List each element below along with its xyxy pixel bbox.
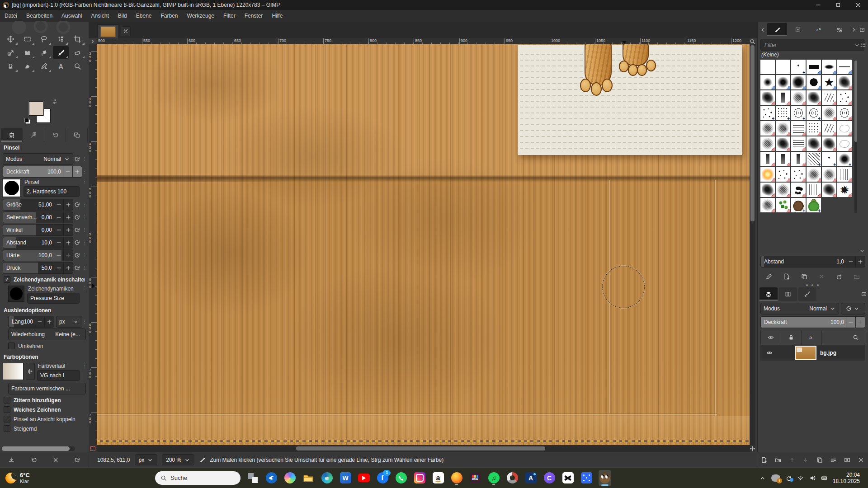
zoom-select[interactable]: 200 % [162, 454, 194, 465]
brush-list-view-button[interactable] [859, 39, 867, 50]
brush-cell[interactable]: + [791, 183, 806, 197]
close-button[interactable] [848, 0, 868, 10]
brush-cell[interactable]: + [791, 90, 806, 105]
refresh-brushes-button[interactable] [836, 273, 842, 280]
brush-cell[interactable]: + [822, 60, 836, 74]
lock-header-icon[interactable] [781, 330, 802, 345]
brush-spacing-slider[interactable]: Abstand 1,0 [760, 256, 865, 267]
search-layers-icon[interactable] [846, 330, 866, 345]
select-by-color-tool[interactable] [53, 33, 69, 46]
plus-button[interactable] [63, 225, 73, 235]
brush-cell[interactable]: + [776, 121, 790, 136]
volume-icon[interactable] [809, 475, 816, 481]
brush-cell[interactable]: + [791, 121, 806, 136]
brush-cell[interactable]: + [791, 198, 806, 212]
taskbar-app-claude[interactable]: C [543, 471, 556, 485]
brush-cell[interactable]: + [807, 60, 821, 74]
maximize-button[interactable] [828, 0, 848, 10]
brush-cell[interactable]: + [807, 90, 821, 105]
navigation-button[interactable] [750, 445, 755, 452]
brush-cell[interactable]: + [822, 121, 836, 136]
brush-cell[interactable]: + [807, 75, 821, 89]
menu-auswahl[interactable]: Auswahl [57, 10, 86, 22]
start-button[interactable] [137, 472, 149, 484]
brush-cell[interactable]: + [822, 106, 836, 120]
raise-layer-button[interactable] [789, 457, 795, 463]
brush-cell[interactable]: + [822, 90, 836, 105]
brush-cell[interactable]: + [807, 183, 821, 197]
open-brush-as-image-button[interactable] [854, 273, 860, 280]
update-sync-icon[interactable] [786, 475, 792, 481]
free-select-tool[interactable] [36, 33, 52, 46]
minimize-button[interactable] [808, 0, 828, 10]
brush-cell[interactable]: + [791, 152, 806, 166]
brush-cell[interactable]: + [791, 167, 806, 182]
horizontal-ruler[interactable]: 5005506006507007508008509009501000105011… [97, 38, 750, 45]
brush-cell[interactable]: + [837, 106, 852, 120]
taskbar-app-thunderbird[interactable] [265, 471, 278, 485]
fade-minus-button[interactable] [35, 316, 44, 327]
taskbar-app-firefox[interactable] [450, 471, 463, 485]
brush-cell[interactable]: + [776, 183, 790, 197]
brush-cell[interactable]: + [760, 75, 775, 89]
brush-cell[interactable]: + [822, 136, 836, 151]
new-layer-group-button[interactable] [775, 457, 781, 463]
repeat-select[interactable]: Wiederholung Keine (e... [8, 328, 86, 340]
taskbar-app-word[interactable]: W [339, 471, 352, 485]
dynamics-thumbnail[interactable] [8, 286, 24, 302]
layer-opacity-minus[interactable] [846, 317, 855, 328]
menu-bild[interactable]: Bild [113, 10, 132, 22]
brush-cell[interactable]: + [837, 167, 852, 182]
taskbar-app-instagram[interactable] [413, 471, 426, 485]
quick-mask-button[interactable] [89, 445, 97, 452]
tab-undo-history[interactable] [44, 128, 66, 142]
layer-mode-switch-button[interactable] [841, 303, 865, 314]
text-tool[interactable]: A [53, 60, 69, 73]
brush-cell[interactable]: + [776, 136, 790, 151]
save-preset-button[interactable] [8, 457, 14, 463]
brush-cell[interactable]: + [807, 198, 821, 212]
menu-ebene[interactable]: Ebene [132, 10, 156, 22]
menu-hilfe[interactable]: Hilfe [267, 10, 287, 22]
gradient-name-field[interactable]: VG nach I [37, 370, 80, 381]
dock-menu-icon[interactable] [861, 291, 867, 297]
brush-cell[interactable]: + [760, 121, 775, 136]
fade-unit-select[interactable]: px [56, 316, 82, 328]
menu-werkzeuge[interactable]: Werkzeuge [183, 10, 219, 22]
brush-cell[interactable]: + [807, 121, 821, 136]
brush-cell[interactable]: + [837, 60, 852, 74]
menu-filter[interactable]: Filter [219, 10, 240, 22]
tab-channels[interactable] [779, 287, 797, 301]
tab-layers[interactable] [760, 287, 778, 301]
transform-tool[interactable] [3, 46, 19, 59]
clock[interactable]: 20:04 18.10.2025 [833, 472, 860, 484]
taskbar-app-capcut[interactable] [561, 471, 574, 485]
image-tab-close-button[interactable] [121, 26, 131, 36]
tabs-scroll-left-icon[interactable] [759, 27, 766, 33]
brush-cell[interactable]: + [807, 136, 821, 151]
gradient-flip-button[interactable] [26, 363, 35, 380]
tab-images[interactable] [66, 128, 88, 142]
paintbrush-tool[interactable] [53, 46, 69, 59]
taskbar-app-dice[interactable] [580, 471, 593, 485]
swap-colors-icon[interactable] [52, 99, 58, 105]
slider-druck[interactable]: Druck50,0 [3, 262, 73, 274]
brush-cell[interactable]: + [776, 90, 790, 105]
minus-button[interactable] [54, 237, 63, 248]
menu-farben[interactable]: Farben [156, 10, 183, 22]
taskbar-app-facebook[interactable]: f3 [376, 471, 389, 485]
brush-cell[interactable]: + [837, 121, 852, 136]
blend-space-select[interactable]: Farbraum vermischen ... [8, 383, 86, 394]
tab-device-status[interactable] [23, 128, 44, 142]
brush-cell[interactable]: + [822, 152, 836, 166]
taskbar-app-edge[interactable]: e [321, 471, 333, 485]
plus-button[interactable] [63, 212, 73, 223]
taskbar-app-aldi[interactable]: A [524, 471, 537, 485]
crop-tool[interactable] [70, 33, 85, 46]
tabs-scroll-right-icon[interactable] [850, 27, 858, 33]
brush-cell[interactable]: + [807, 167, 821, 182]
plus-button[interactable] [63, 237, 73, 248]
brush-name-field[interactable]: 2. Hardness 100 [24, 186, 80, 197]
touch-keyboard-icon[interactable] [821, 475, 827, 481]
taskbar-app-spotify[interactable]: ♫ [487, 471, 500, 485]
